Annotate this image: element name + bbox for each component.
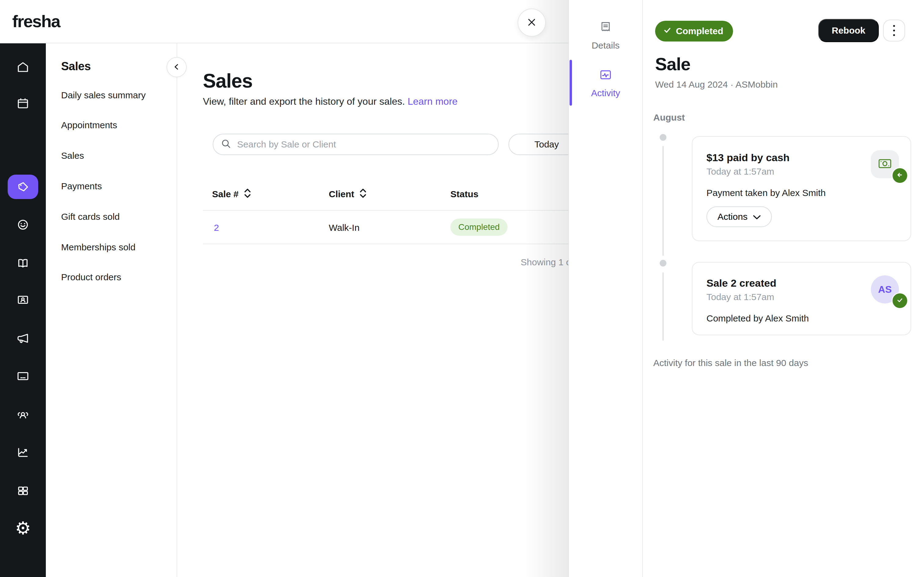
column-header-client-label: Client — [329, 189, 354, 199]
tab-details[interactable]: Details — [569, 20, 642, 51]
tab-details-label: Details — [591, 40, 620, 51]
column-header-sale-label: Sale # — [212, 189, 239, 199]
timeline-dot — [660, 260, 666, 266]
collapse-submenu-button[interactable] — [166, 57, 187, 77]
timeline-line — [662, 272, 664, 341]
page-subtitle: View, filter and export the history of y… — [203, 96, 458, 107]
gear-icon: ⚙ — [15, 519, 31, 537]
submenu-item-gift-cards-sold[interactable]: Gift cards sold — [61, 210, 162, 224]
tab-activity[interactable]: Activity — [569, 68, 642, 98]
submenu-item-sales[interactable]: Sales — [61, 149, 162, 163]
sidebar-item-marketing[interactable] — [8, 326, 38, 350]
submenu-item-memberships-sold[interactable]: Memberships sold — [61, 240, 162, 254]
sort-icon — [244, 188, 252, 201]
panel-shadow — [524, 0, 568, 577]
column-header-sale[interactable]: Sale # — [212, 188, 252, 200]
event-title: Sale 2 created — [706, 277, 776, 289]
timeline-dot — [660, 134, 666, 141]
fresha-logo: fresha — [12, 0, 60, 43]
arrow-left-icon — [896, 171, 904, 181]
completed-check-badge — [892, 292, 908, 309]
sales-submenu: Sales Daily sales summary Appointments S… — [46, 44, 177, 577]
home-icon — [15, 59, 31, 75]
search-icon — [221, 138, 232, 150]
sale-number-link[interactable]: 2 — [214, 221, 219, 234]
client-cell: Walk-In — [329, 221, 360, 234]
sidebar-item-payments[interactable] — [8, 364, 38, 388]
submenu-item-product-orders[interactable]: Product orders — [61, 271, 162, 284]
credit-card-icon — [15, 368, 31, 384]
sale-detail-panel: Details Activity Completed Rebook Sale W… — [568, 0, 924, 577]
sidebar-item-home[interactable] — [8, 55, 38, 79]
actions-dropdown-button[interactable]: Actions — [706, 206, 772, 227]
submenu-item-appointments[interactable]: Appointments — [61, 118, 162, 132]
check-icon — [896, 296, 904, 306]
check-icon — [663, 26, 672, 37]
chevron-down-icon — [753, 211, 761, 222]
learn-more-link[interactable]: Learn more — [408, 96, 458, 107]
event-time: Today at 1:57am — [706, 166, 774, 177]
submenu-title: Sales — [61, 60, 91, 73]
receipt-icon — [599, 20, 613, 35]
timeline-month-label: August — [653, 112, 685, 123]
megaphone-icon — [15, 330, 31, 346]
sale-title: Sale — [655, 54, 690, 74]
sidebar-item-catalogue[interactable] — [8, 251, 38, 276]
sidebar-item-add-ons[interactable] — [8, 478, 38, 503]
kebab-icon — [893, 25, 895, 36]
activity-footnote: Activity for this sale in the last 90 da… — [653, 358, 808, 368]
submenu-item-daily-sales-summary[interactable]: Daily sales summary — [61, 89, 162, 102]
search-box[interactable] — [213, 134, 499, 155]
sidebar-item-clients[interactable] — [8, 213, 38, 237]
sidebar-item-team[interactable] — [8, 402, 38, 427]
close-panel-button[interactable] — [518, 8, 546, 37]
smiley-icon — [15, 217, 31, 233]
sidebar-item-reports[interactable] — [8, 440, 38, 465]
activity-icon — [599, 68, 613, 83]
sidebar-item-team-profiles[interactable] — [8, 288, 38, 312]
cash-banknote-icon — [877, 156, 893, 173]
sale-status-badge: Completed — [655, 21, 733, 42]
event-title: $13 paid by cash — [706, 152, 790, 164]
event-description: Completed by Alex Smith — [706, 313, 809, 324]
more-options-button[interactable] — [883, 19, 905, 42]
panel-tab-rail: Details Activity — [569, 0, 643, 577]
event-time: Today at 1:57am — [706, 292, 774, 302]
close-icon — [526, 16, 538, 29]
book-icon — [15, 255, 31, 271]
team-icon — [15, 407, 31, 422]
sale-status-label: Completed — [676, 26, 723, 36]
sidebar-item-settings[interactable]: ⚙ — [8, 516, 38, 540]
sort-icon — [359, 188, 367, 201]
event-description: Payment taken by Alex Smith — [706, 188, 825, 198]
page-subtitle-text: View, filter and export the history of y… — [203, 96, 405, 107]
payment-direction-badge — [892, 167, 908, 184]
calendar-icon — [15, 96, 31, 112]
tag-icon — [15, 179, 31, 195]
sale-subtitle: Wed 14 Aug 2024 · ASMobbin — [655, 79, 778, 90]
chevron-left-icon — [172, 62, 181, 73]
search-input[interactable] — [236, 139, 482, 150]
column-header-status-label: Status — [451, 189, 478, 199]
column-header-client[interactable]: Client — [329, 188, 367, 200]
grid-icon — [15, 482, 31, 498]
rebook-button[interactable]: Rebook — [818, 19, 879, 42]
actions-label: Actions — [717, 211, 747, 222]
line-chart-icon — [15, 445, 31, 460]
page-title: Sales — [203, 69, 252, 92]
icon-rail: ⚙ — [0, 44, 46, 577]
submenu-item-payments[interactable]: Payments — [61, 179, 162, 193]
app-root: fresha — [0, 0, 924, 577]
column-header-status: Status — [451, 188, 478, 200]
id-card-icon — [15, 292, 31, 308]
sidebar-item-calendar[interactable] — [8, 92, 38, 116]
timeline-line — [662, 146, 664, 256]
sidebar-item-sales[interactable] — [8, 175, 38, 199]
status-badge: Completed — [451, 219, 507, 236]
tab-activity-label: Activity — [591, 88, 620, 98]
